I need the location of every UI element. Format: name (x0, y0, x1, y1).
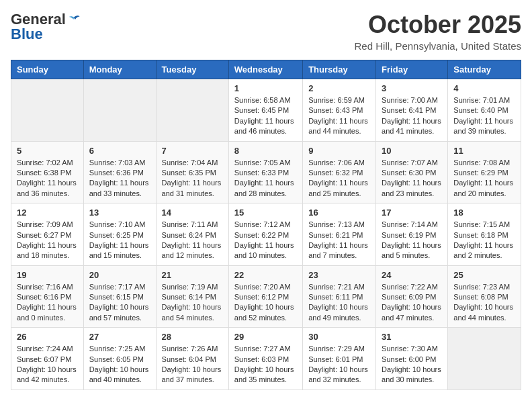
calendar-cell: 5Sunrise: 7:02 AMSunset: 6:38 PMDaylight… (11, 141, 84, 203)
calendar-cell: 24Sunrise: 7:22 AMSunset: 6:09 PMDayligh… (376, 265, 448, 328)
calendar-cell: 13Sunrise: 7:10 AMSunset: 6:25 PMDayligh… (83, 203, 156, 266)
day-number: 17 (382, 208, 442, 218)
calendar-cell: 27Sunrise: 7:25 AMSunset: 6:05 PMDayligh… (83, 328, 156, 390)
calendar-week-row: 12Sunrise: 7:09 AMSunset: 6:27 PMDayligh… (11, 203, 521, 266)
day-number: 30 (308, 332, 370, 342)
day-number: 18 (453, 208, 515, 218)
day-number: 20 (89, 270, 150, 280)
day-info: Sunrise: 7:03 AMSunset: 6:36 PMDaylight:… (89, 158, 150, 199)
day-info: Sunrise: 6:59 AMSunset: 6:43 PMDaylight:… (308, 95, 370, 137)
day-number: 29 (234, 332, 297, 342)
day-number: 4 (453, 83, 515, 93)
day-number: 1 (234, 83, 297, 93)
day-info: Sunrise: 7:08 AMSunset: 6:29 PMDaylight:… (453, 158, 515, 199)
calendar-week-row: 5Sunrise: 7:02 AMSunset: 6:38 PMDaylight… (11, 141, 521, 203)
day-number: 24 (382, 270, 442, 280)
month-title: October 2025 (355, 11, 521, 39)
calendar-cell: 26Sunrise: 7:24 AMSunset: 6:07 PMDayligh… (11, 328, 84, 390)
day-info: Sunrise: 7:15 AMSunset: 6:18 PMDaylight:… (453, 220, 515, 261)
day-header-saturday: Saturday (448, 60, 521, 79)
day-info: Sunrise: 7:00 AMSunset: 6:41 PMDaylight:… (382, 95, 442, 137)
day-header-monday: Monday (83, 60, 156, 79)
calendar-cell: 19Sunrise: 7:16 AMSunset: 6:16 PMDayligh… (11, 265, 84, 328)
calendar-cell (83, 79, 156, 142)
day-number: 22 (234, 270, 297, 280)
day-info: Sunrise: 7:23 AMSunset: 6:08 PMDaylight:… (453, 282, 515, 324)
calendar-cell: 4Sunrise: 7:01 AMSunset: 6:40 PMDaylight… (448, 79, 521, 142)
day-info: Sunrise: 7:09 AMSunset: 6:27 PMDaylight:… (17, 220, 78, 261)
logo: General Blue (11, 11, 81, 43)
calendar-cell: 16Sunrise: 7:13 AMSunset: 6:21 PMDayligh… (303, 203, 376, 266)
day-number: 12 (17, 208, 78, 218)
calendar-cell: 8Sunrise: 7:05 AMSunset: 6:33 PMDaylight… (228, 141, 302, 203)
calendar-cell: 1Sunrise: 6:58 AMSunset: 6:45 PMDaylight… (228, 79, 302, 142)
calendar-cell: 12Sunrise: 7:09 AMSunset: 6:27 PMDayligh… (11, 203, 84, 266)
day-number: 5 (17, 146, 78, 156)
calendar-cell: 20Sunrise: 7:17 AMSunset: 6:15 PMDayligh… (83, 265, 156, 328)
day-number: 2 (308, 83, 370, 93)
day-number: 8 (234, 146, 297, 156)
day-info: Sunrise: 7:24 AMSunset: 6:07 PMDaylight:… (17, 344, 78, 385)
day-info: Sunrise: 7:20 AMSunset: 6:12 PMDaylight:… (234, 282, 297, 324)
calendar-cell: 29Sunrise: 7:27 AMSunset: 6:03 PMDayligh… (228, 328, 302, 390)
day-info: Sunrise: 7:27 AMSunset: 6:03 PMDaylight:… (234, 344, 297, 385)
day-number: 11 (453, 146, 515, 156)
day-number: 21 (162, 270, 223, 280)
calendar-cell: 25Sunrise: 7:23 AMSunset: 6:08 PMDayligh… (448, 265, 521, 328)
calendar-cell: 14Sunrise: 7:11 AMSunset: 6:24 PMDayligh… (156, 203, 228, 266)
day-number: 31 (382, 332, 442, 342)
day-header-thursday: Thursday (303, 60, 376, 79)
day-info: Sunrise: 7:26 AMSunset: 6:04 PMDaylight:… (162, 344, 223, 385)
day-number: 9 (308, 146, 370, 156)
calendar-week-row: 26Sunrise: 7:24 AMSunset: 6:07 PMDayligh… (11, 328, 521, 390)
logo-blue-text: Blue (11, 26, 43, 43)
day-info: Sunrise: 7:19 AMSunset: 6:14 PMDaylight:… (162, 282, 223, 324)
day-number: 19 (17, 270, 78, 280)
day-info: Sunrise: 7:02 AMSunset: 6:38 PMDaylight:… (17, 158, 78, 199)
day-number: 13 (89, 208, 150, 218)
calendar-cell: 9Sunrise: 7:06 AMSunset: 6:32 PMDaylight… (303, 141, 376, 203)
calendar-cell: 28Sunrise: 7:26 AMSunset: 6:04 PMDayligh… (156, 328, 228, 390)
day-info: Sunrise: 7:12 AMSunset: 6:22 PMDaylight:… (234, 220, 297, 261)
calendar-cell (11, 79, 84, 142)
day-number: 27 (89, 332, 150, 342)
day-info: Sunrise: 7:01 AMSunset: 6:40 PMDaylight:… (453, 95, 515, 137)
day-number: 26 (17, 332, 78, 342)
calendar-cell: 30Sunrise: 7:29 AMSunset: 6:01 PMDayligh… (303, 328, 376, 390)
day-info: Sunrise: 7:29 AMSunset: 6:01 PMDaylight:… (308, 344, 370, 385)
calendar-cell: 3Sunrise: 7:00 AMSunset: 6:41 PMDaylight… (376, 79, 448, 142)
day-info: Sunrise: 6:58 AMSunset: 6:45 PMDaylight:… (234, 95, 297, 137)
calendar-cell: 17Sunrise: 7:14 AMSunset: 6:19 PMDayligh… (376, 203, 448, 266)
logo-bird-icon (67, 13, 81, 26)
day-info: Sunrise: 7:30 AMSunset: 6:00 PMDaylight:… (382, 344, 442, 385)
calendar-cell: 7Sunrise: 7:04 AMSunset: 6:35 PMDaylight… (156, 141, 228, 203)
calendar-cell: 11Sunrise: 7:08 AMSunset: 6:29 PMDayligh… (448, 141, 521, 203)
calendar-cell: 18Sunrise: 7:15 AMSunset: 6:18 PMDayligh… (448, 203, 521, 266)
day-header-friday: Friday (376, 60, 448, 79)
day-info: Sunrise: 7:10 AMSunset: 6:25 PMDaylight:… (89, 220, 150, 261)
day-info: Sunrise: 7:05 AMSunset: 6:33 PMDaylight:… (234, 158, 297, 199)
day-info: Sunrise: 7:22 AMSunset: 6:09 PMDaylight:… (382, 282, 442, 324)
calendar-cell (156, 79, 228, 142)
day-header-sunday: Sunday (11, 60, 84, 79)
calendar-header-row: SundayMondayTuesdayWednesdayThursdayFrid… (11, 60, 521, 79)
day-info: Sunrise: 7:11 AMSunset: 6:24 PMDaylight:… (162, 220, 223, 261)
calendar-table: SundayMondayTuesdayWednesdayThursdayFrid… (11, 60, 521, 390)
day-number: 10 (382, 146, 442, 156)
calendar-cell: 31Sunrise: 7:30 AMSunset: 6:00 PMDayligh… (376, 328, 448, 390)
day-info: Sunrise: 7:13 AMSunset: 6:21 PMDaylight:… (308, 220, 370, 261)
calendar-week-row: 19Sunrise: 7:16 AMSunset: 6:16 PMDayligh… (11, 265, 521, 328)
day-number: 6 (89, 146, 150, 156)
day-number: 25 (453, 270, 515, 280)
day-number: 7 (162, 146, 223, 156)
day-info: Sunrise: 7:04 AMSunset: 6:35 PMDaylight:… (162, 158, 223, 199)
calendar-cell (448, 328, 521, 390)
calendar-cell: 2Sunrise: 6:59 AMSunset: 6:43 PMDaylight… (303, 79, 376, 142)
title-block: October 2025 Red Hill, Pennsylvania, Uni… (355, 11, 521, 52)
day-number: 14 (162, 208, 223, 218)
day-info: Sunrise: 7:06 AMSunset: 6:32 PMDaylight:… (308, 158, 370, 199)
day-info: Sunrise: 7:14 AMSunset: 6:19 PMDaylight:… (382, 220, 442, 261)
calendar-cell: 10Sunrise: 7:07 AMSunset: 6:30 PMDayligh… (376, 141, 448, 203)
day-number: 15 (234, 208, 297, 218)
page-header: General Blue October 2025 Red Hill, Penn… (11, 11, 521, 52)
